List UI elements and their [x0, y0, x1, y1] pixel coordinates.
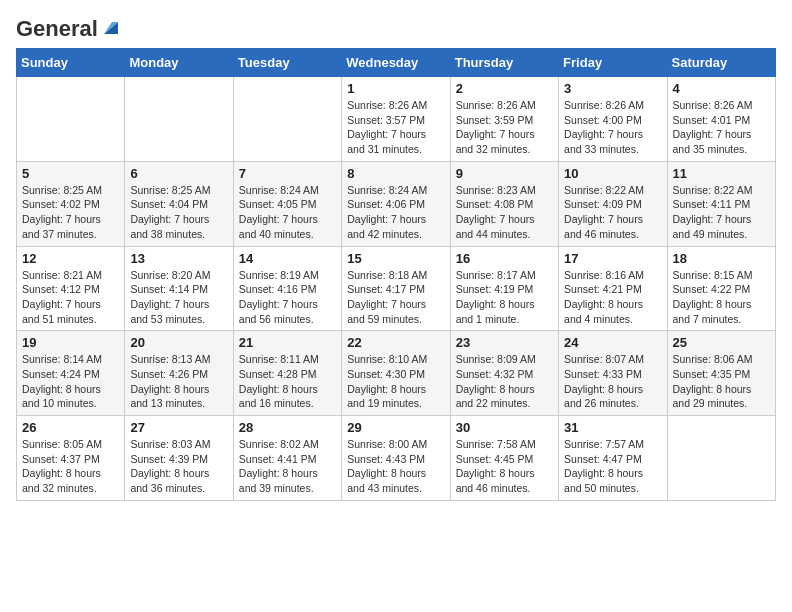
calendar-cell: 7Sunrise: 8:24 AMSunset: 4:05 PMDaylight…: [233, 161, 341, 246]
day-number: 14: [239, 251, 336, 266]
calendar-cell: 5Sunrise: 8:25 AMSunset: 4:02 PMDaylight…: [17, 161, 125, 246]
calendar-cell: 17Sunrise: 8:16 AMSunset: 4:21 PMDayligh…: [559, 246, 667, 331]
day-info: Sunrise: 8:21 AMSunset: 4:12 PMDaylight:…: [22, 268, 119, 327]
day-number: 25: [673, 335, 770, 350]
logo-general: General: [16, 16, 98, 42]
day-number: 19: [22, 335, 119, 350]
day-info: Sunrise: 8:26 AMSunset: 3:57 PMDaylight:…: [347, 98, 444, 157]
calendar-cell: [233, 77, 341, 162]
calendar-cell: 2Sunrise: 8:26 AMSunset: 3:59 PMDaylight…: [450, 77, 558, 162]
logo-icon: [100, 16, 122, 38]
day-info: Sunrise: 8:14 AMSunset: 4:24 PMDaylight:…: [22, 352, 119, 411]
day-info: Sunrise: 8:19 AMSunset: 4:16 PMDaylight:…: [239, 268, 336, 327]
calendar-cell: 12Sunrise: 8:21 AMSunset: 4:12 PMDayligh…: [17, 246, 125, 331]
day-info: Sunrise: 8:03 AMSunset: 4:39 PMDaylight:…: [130, 437, 227, 496]
calendar-cell: 16Sunrise: 8:17 AMSunset: 4:19 PMDayligh…: [450, 246, 558, 331]
day-info: Sunrise: 8:06 AMSunset: 4:35 PMDaylight:…: [673, 352, 770, 411]
calendar-cell: 30Sunrise: 7:58 AMSunset: 4:45 PMDayligh…: [450, 416, 558, 501]
day-number: 20: [130, 335, 227, 350]
calendar-cell: 8Sunrise: 8:24 AMSunset: 4:06 PMDaylight…: [342, 161, 450, 246]
day-info: Sunrise: 8:26 AMSunset: 3:59 PMDaylight:…: [456, 98, 553, 157]
day-number: 24: [564, 335, 661, 350]
calendar-cell: 24Sunrise: 8:07 AMSunset: 4:33 PMDayligh…: [559, 331, 667, 416]
calendar-cell: 15Sunrise: 8:18 AMSunset: 4:17 PMDayligh…: [342, 246, 450, 331]
calendar-table: SundayMondayTuesdayWednesdayThursdayFrid…: [16, 48, 776, 501]
calendar-cell: [125, 77, 233, 162]
calendar-cell: 26Sunrise: 8:05 AMSunset: 4:37 PMDayligh…: [17, 416, 125, 501]
day-number: 7: [239, 166, 336, 181]
calendar-cell: 11Sunrise: 8:22 AMSunset: 4:11 PMDayligh…: [667, 161, 775, 246]
day-number: 11: [673, 166, 770, 181]
calendar-cell: 20Sunrise: 8:13 AMSunset: 4:26 PMDayligh…: [125, 331, 233, 416]
day-number: 22: [347, 335, 444, 350]
day-number: 28: [239, 420, 336, 435]
day-number: 6: [130, 166, 227, 181]
calendar-cell: 29Sunrise: 8:00 AMSunset: 4:43 PMDayligh…: [342, 416, 450, 501]
day-info: Sunrise: 7:57 AMSunset: 4:47 PMDaylight:…: [564, 437, 661, 496]
calendar-cell: 3Sunrise: 8:26 AMSunset: 4:00 PMDaylight…: [559, 77, 667, 162]
logo: General: [16, 16, 122, 36]
calendar-cell: 10Sunrise: 8:22 AMSunset: 4:09 PMDayligh…: [559, 161, 667, 246]
calendar-cell: 13Sunrise: 8:20 AMSunset: 4:14 PMDayligh…: [125, 246, 233, 331]
day-number: 17: [564, 251, 661, 266]
day-info: Sunrise: 8:10 AMSunset: 4:30 PMDaylight:…: [347, 352, 444, 411]
calendar-cell: 4Sunrise: 8:26 AMSunset: 4:01 PMDaylight…: [667, 77, 775, 162]
day-number: 31: [564, 420, 661, 435]
calendar-header: SundayMondayTuesdayWednesdayThursdayFrid…: [17, 49, 776, 77]
weekday-header: Thursday: [450, 49, 558, 77]
day-info: Sunrise: 8:25 AMSunset: 4:04 PMDaylight:…: [130, 183, 227, 242]
calendar-cell: 6Sunrise: 8:25 AMSunset: 4:04 PMDaylight…: [125, 161, 233, 246]
day-info: Sunrise: 8:26 AMSunset: 4:00 PMDaylight:…: [564, 98, 661, 157]
calendar-week-row: 26Sunrise: 8:05 AMSunset: 4:37 PMDayligh…: [17, 416, 776, 501]
day-number: 4: [673, 81, 770, 96]
day-info: Sunrise: 8:26 AMSunset: 4:01 PMDaylight:…: [673, 98, 770, 157]
calendar-week-row: 12Sunrise: 8:21 AMSunset: 4:12 PMDayligh…: [17, 246, 776, 331]
weekday-header: Friday: [559, 49, 667, 77]
day-info: Sunrise: 8:13 AMSunset: 4:26 PMDaylight:…: [130, 352, 227, 411]
calendar-week-row: 19Sunrise: 8:14 AMSunset: 4:24 PMDayligh…: [17, 331, 776, 416]
weekday-header: Monday: [125, 49, 233, 77]
day-info: Sunrise: 8:20 AMSunset: 4:14 PMDaylight:…: [130, 268, 227, 327]
calendar-cell: 23Sunrise: 8:09 AMSunset: 4:32 PMDayligh…: [450, 331, 558, 416]
weekday-header: Wednesday: [342, 49, 450, 77]
day-number: 26: [22, 420, 119, 435]
day-number: 8: [347, 166, 444, 181]
day-info: Sunrise: 8:05 AMSunset: 4:37 PMDaylight:…: [22, 437, 119, 496]
day-number: 10: [564, 166, 661, 181]
day-number: 12: [22, 251, 119, 266]
day-number: 9: [456, 166, 553, 181]
day-info: Sunrise: 8:18 AMSunset: 4:17 PMDaylight:…: [347, 268, 444, 327]
day-info: Sunrise: 8:24 AMSunset: 4:05 PMDaylight:…: [239, 183, 336, 242]
day-info: Sunrise: 8:16 AMSunset: 4:21 PMDaylight:…: [564, 268, 661, 327]
calendar-cell: 22Sunrise: 8:10 AMSunset: 4:30 PMDayligh…: [342, 331, 450, 416]
day-info: Sunrise: 8:23 AMSunset: 4:08 PMDaylight:…: [456, 183, 553, 242]
day-info: Sunrise: 8:11 AMSunset: 4:28 PMDaylight:…: [239, 352, 336, 411]
day-number: 13: [130, 251, 227, 266]
calendar-week-row: 1Sunrise: 8:26 AMSunset: 3:57 PMDaylight…: [17, 77, 776, 162]
calendar-cell: [667, 416, 775, 501]
calendar-cell: 21Sunrise: 8:11 AMSunset: 4:28 PMDayligh…: [233, 331, 341, 416]
calendar-cell: [17, 77, 125, 162]
day-info: Sunrise: 8:15 AMSunset: 4:22 PMDaylight:…: [673, 268, 770, 327]
day-info: Sunrise: 8:24 AMSunset: 4:06 PMDaylight:…: [347, 183, 444, 242]
weekday-header: Tuesday: [233, 49, 341, 77]
calendar-cell: 14Sunrise: 8:19 AMSunset: 4:16 PMDayligh…: [233, 246, 341, 331]
day-number: 29: [347, 420, 444, 435]
day-number: 30: [456, 420, 553, 435]
day-number: 3: [564, 81, 661, 96]
calendar-cell: 28Sunrise: 8:02 AMSunset: 4:41 PMDayligh…: [233, 416, 341, 501]
calendar-cell: 1Sunrise: 8:26 AMSunset: 3:57 PMDaylight…: [342, 77, 450, 162]
calendar-week-row: 5Sunrise: 8:25 AMSunset: 4:02 PMDaylight…: [17, 161, 776, 246]
day-number: 5: [22, 166, 119, 181]
day-number: 23: [456, 335, 553, 350]
calendar-cell: 9Sunrise: 8:23 AMSunset: 4:08 PMDaylight…: [450, 161, 558, 246]
day-info: Sunrise: 8:09 AMSunset: 4:32 PMDaylight:…: [456, 352, 553, 411]
calendar-cell: 31Sunrise: 7:57 AMSunset: 4:47 PMDayligh…: [559, 416, 667, 501]
day-number: 27: [130, 420, 227, 435]
weekday-header: Sunday: [17, 49, 125, 77]
page-header: General: [16, 16, 776, 36]
day-number: 1: [347, 81, 444, 96]
day-info: Sunrise: 8:22 AMSunset: 4:09 PMDaylight:…: [564, 183, 661, 242]
weekday-header: Saturday: [667, 49, 775, 77]
day-number: 18: [673, 251, 770, 266]
